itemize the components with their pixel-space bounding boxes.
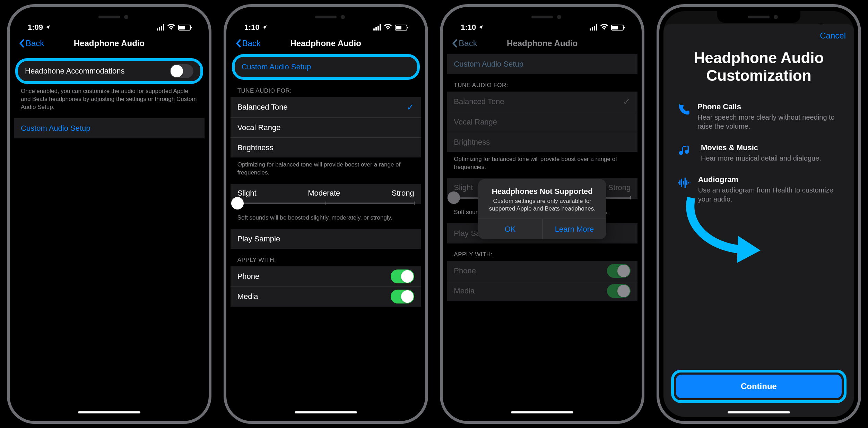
play-sample-row[interactable]: Play Sample [231, 229, 421, 249]
cancel-button[interactable]: Cancel [820, 31, 846, 41]
home-indicator[interactable] [295, 411, 357, 413]
custom-audio-setup-row[interactable]: Custom Audio Setup [447, 54, 637, 74]
slider-label-moderate: Moderate [308, 189, 340, 198]
row-label: Brightness [454, 138, 490, 147]
media-toggle[interactable] [607, 284, 631, 298]
time: 1:10 [244, 23, 260, 32]
sheet-title: Headphone Audio Customization [663, 47, 854, 98]
tune-balanced-row[interactable]: Balanced Tone✓ [231, 97, 421, 117]
slider-label-strong: Strong [608, 183, 631, 192]
media-toggle[interactable] [391, 290, 414, 303]
checkmark-icon: ✓ [623, 96, 631, 107]
back-label: Back [26, 38, 44, 48]
highlight-ring: Continue [671, 370, 847, 403]
notch [717, 11, 800, 23]
back-button[interactable]: Back [19, 38, 44, 48]
row-label: Media [454, 286, 475, 296]
nav-bar: Back Headphone Audio [447, 33, 637, 54]
feature-title: Movies & Music [701, 143, 821, 152]
tune-vocal-row[interactable]: Vocal Range [231, 117, 421, 137]
row-label: Vocal Range [454, 118, 497, 127]
footer-text: Optimizing for balanced tone will provid… [447, 152, 637, 178]
notch [501, 11, 584, 23]
home-indicator[interactable] [511, 411, 573, 413]
back-label: Back [459, 38, 477, 48]
signal-icon [373, 24, 381, 31]
slider-label-slight: Slight [237, 189, 257, 198]
notch [68, 11, 151, 23]
location-icon [45, 25, 51, 30]
back-button[interactable]: Back [235, 38, 261, 48]
feature-title: Audiogram [698, 175, 841, 184]
alert-dialog: Headphones Not Supported Custom settings… [478, 179, 606, 239]
signal-icon [157, 24, 164, 31]
continue-button[interactable]: Continue [676, 375, 842, 398]
slider-thumb[interactable] [231, 197, 244, 209]
wifi-icon [384, 23, 392, 32]
phone-4: 1:11 Cancel Headphone Audio Customizatio… [657, 4, 861, 424]
tune-vocal-row[interactable]: Vocal Range [447, 112, 637, 132]
footer-text: Once enabled, you can customize the audi… [14, 84, 205, 118]
row-label: Brightness [237, 143, 274, 152]
row-label: Custom Audio Setup [242, 62, 311, 71]
tune-balanced-row[interactable]: Balanced Tone✓ [447, 92, 637, 112]
slider-label-slight: Slight [454, 183, 473, 192]
row-label: Phone [454, 266, 476, 275]
footer-text: Optimizing for balanced tone will provid… [231, 157, 421, 184]
apply-media-row[interactable]: Media [231, 286, 421, 307]
nav-bar: Back Headphone Audio [231, 33, 421, 54]
location-icon [478, 25, 484, 30]
custom-audio-setup-row[interactable]: Custom Audio Setup [235, 57, 417, 77]
custom-audio-setup-row[interactable]: Custom Audio Setup [14, 118, 205, 138]
nav-bar: Back Headphone Audio [14, 33, 205, 54]
music-icon [677, 143, 694, 163]
alert-title: Headphones Not Supported [485, 187, 599, 196]
tune-brightness-row[interactable]: Brightness [231, 137, 421, 157]
phone-1: 1:09 Back Headphone Audio Headphone Acco… [7, 4, 211, 424]
section-header: TUNE AUDIO FOR: [447, 74, 637, 92]
nav-title: Headphone Audio [74, 38, 145, 48]
signal-icon [590, 24, 597, 31]
time: 1:09 [28, 23, 43, 32]
section-header: APPLY WITH: [447, 243, 637, 261]
wifi-icon [167, 23, 175, 32]
row-label: Vocal Range [237, 123, 281, 132]
boost-slider[interactable] [237, 203, 414, 204]
alert-ok-button[interactable]: OK [478, 219, 542, 239]
boost-slider-row: SlightModerateStrong [231, 184, 421, 204]
home-indicator[interactable] [78, 411, 140, 413]
accommodations-toggle[interactable] [170, 64, 193, 78]
row-label: Media [237, 292, 258, 301]
home-indicator[interactable] [728, 411, 790, 413]
battery-icon [395, 25, 407, 31]
feature-desc: Hear more musical detail and dialogue. [701, 154, 821, 163]
nav-title: Headphone Audio [507, 38, 578, 48]
phone-toggle[interactable] [391, 269, 414, 283]
phone-2: 1:10 Back Headphone Audio Custom Audio S… [224, 4, 428, 424]
checkmark-icon: ✓ [407, 102, 414, 113]
feature-title: Phone Calls [697, 102, 841, 111]
row-label: Custom Audio Setup [21, 124, 90, 133]
section-header: APPLY WITH: [231, 249, 421, 266]
apply-phone-row[interactable]: Phone [231, 266, 421, 286]
nav-title: Headphone Audio [290, 38, 361, 48]
back-button[interactable]: Back [452, 38, 477, 48]
section-header: TUNE AUDIO FOR: [231, 80, 421, 97]
time: 1:10 [461, 23, 476, 32]
highlight-ring: Headphone Accommodations [15, 58, 203, 84]
apply-media-row[interactable]: Media [447, 281, 637, 301]
location-icon [262, 25, 267, 30]
phone-icon [677, 102, 691, 131]
battery-icon [611, 25, 624, 31]
headphone-accommodations-row[interactable]: Headphone Accommodations [18, 61, 200, 81]
alert-message: Custom settings are only available for s… [485, 197, 599, 213]
phone-toggle[interactable] [607, 264, 631, 278]
tune-brightness-row[interactable]: Brightness [447, 132, 637, 152]
slider-thumb[interactable] [448, 191, 460, 204]
alert-learn-more-button[interactable]: Learn More [542, 219, 607, 239]
apply-phone-row[interactable]: Phone [447, 261, 637, 281]
row-label: Balanced Tone [454, 97, 504, 106]
battery-icon [178, 25, 191, 31]
feature-phone-calls: Phone CallsHear speech more clearly with… [663, 98, 854, 139]
notch [284, 11, 367, 23]
